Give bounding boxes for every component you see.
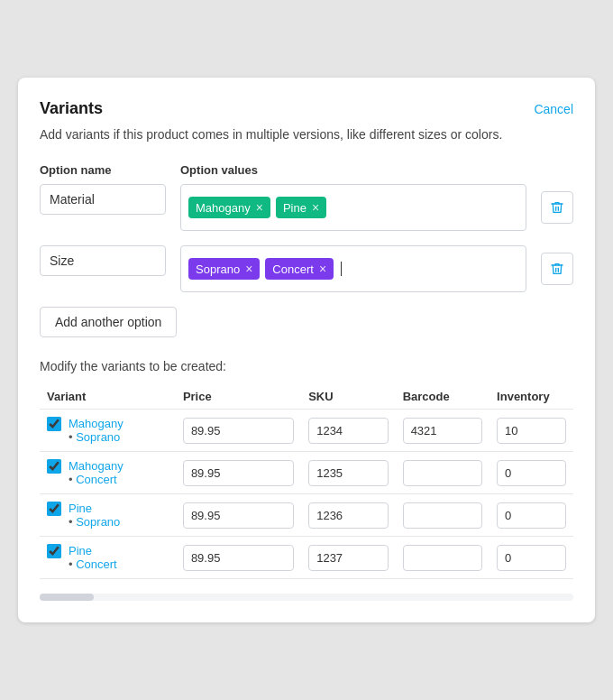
variants-card: Variants Cancel Add variants if this pro… bbox=[18, 78, 595, 622]
tag-soprano-label: Soprano bbox=[196, 262, 240, 276]
barcode-input-1[interactable] bbox=[403, 460, 482, 486]
table-row: Mahogany• Soprano bbox=[40, 410, 573, 452]
option-row-size: Soprano × Concert × bbox=[40, 245, 573, 292]
variant-cell-check-3: Pine• Concert bbox=[47, 544, 169, 571]
card-subtitle: Add variants if this product comes in mu… bbox=[40, 127, 573, 142]
horizontal-scrollbar[interactable] bbox=[40, 594, 573, 601]
variant-checkbox-0[interactable] bbox=[47, 417, 61, 431]
variant-name-2[interactable]: Pine• Soprano bbox=[69, 502, 120, 529]
variant-name-1[interactable]: Mahogany• Concert bbox=[69, 459, 124, 486]
inventory-input-3[interactable] bbox=[497, 545, 566, 571]
card-header: Variants Cancel bbox=[40, 99, 573, 118]
variant-checkbox-3[interactable] bbox=[47, 544, 61, 558]
price-input-0[interactable] bbox=[183, 418, 294, 444]
column-label-option-values: Option values bbox=[180, 163, 573, 177]
table-row: Pine• Concert bbox=[40, 537, 573, 579]
th-price: Price bbox=[176, 384, 301, 410]
tag-mahogany-label: Mahogany bbox=[196, 201, 251, 215]
inventory-input-1[interactable] bbox=[497, 460, 566, 486]
add-option-button[interactable]: Add another option bbox=[40, 307, 177, 337]
inventory-cell-2 bbox=[489, 494, 573, 537]
text-cursor bbox=[341, 262, 342, 276]
barcode-cell-0 bbox=[396, 410, 489, 452]
variant-cell-0: Mahogany• Soprano bbox=[40, 410, 176, 452]
th-inventory: Inventory bbox=[489, 384, 573, 410]
tag-soprano-remove[interactable]: × bbox=[245, 262, 252, 276]
variant-cell-check-0: Mahogany• Soprano bbox=[47, 417, 169, 444]
tag-concert-label: Concert bbox=[272, 262, 314, 276]
th-sku: SKU bbox=[301, 384, 395, 410]
variant-cell-check-1: Mahogany• Concert bbox=[47, 459, 169, 486]
barcode-cell-3 bbox=[396, 537, 489, 579]
variant-checkbox-2[interactable] bbox=[47, 502, 61, 516]
price-input-1[interactable] bbox=[183, 460, 294, 486]
sku-cell-0 bbox=[301, 410, 395, 452]
option-name-input-material[interactable] bbox=[40, 184, 166, 215]
tag-pine-label: Pine bbox=[283, 201, 306, 215]
sku-cell-2 bbox=[301, 494, 395, 537]
inventory-cell-1 bbox=[489, 452, 573, 494]
option-values-box-material[interactable]: Mahogany × Pine × bbox=[180, 184, 526, 231]
variant-cell-check-2: Pine• Soprano bbox=[47, 502, 169, 529]
table-header-row: Variant Price SKU Barcode Inventory bbox=[40, 384, 573, 410]
tag-concert: Concert × bbox=[265, 258, 334, 280]
barcode-input-3[interactable] bbox=[403, 545, 482, 571]
inventory-cell-0 bbox=[489, 410, 573, 452]
price-cell-1 bbox=[176, 452, 301, 494]
sku-cell-1 bbox=[301, 452, 395, 494]
barcode-input-2[interactable] bbox=[403, 502, 482, 529]
inventory-input-2[interactable] bbox=[497, 502, 566, 529]
card-title: Variants bbox=[40, 99, 103, 118]
tag-soprano: Soprano × bbox=[188, 258, 260, 280]
variant-name-3[interactable]: Pine• Concert bbox=[69, 544, 117, 571]
barcode-cell-2 bbox=[396, 494, 489, 537]
variant-cell-3: Pine• Concert bbox=[40, 537, 176, 579]
price-cell-2 bbox=[176, 494, 301, 537]
modify-label: Modify the variants to be created: bbox=[40, 359, 573, 373]
price-input-2[interactable] bbox=[183, 502, 294, 529]
variants-table: Variant Price SKU Barcode Inventory Maho… bbox=[40, 384, 573, 579]
sku-cell-3 bbox=[301, 537, 395, 579]
table-row: Pine• Soprano bbox=[40, 494, 573, 537]
tag-pine: Pine × bbox=[276, 197, 326, 218]
delete-size-button[interactable] bbox=[541, 253, 573, 285]
cancel-button[interactable]: Cancel bbox=[534, 102, 573, 116]
inventory-cell-3 bbox=[489, 537, 573, 579]
variant-cell-1: Mahogany• Concert bbox=[40, 452, 176, 494]
delete-material-button[interactable] bbox=[541, 191, 573, 224]
inventory-input-0[interactable] bbox=[497, 418, 566, 444]
variant-checkbox-1[interactable] bbox=[47, 459, 61, 474]
option-name-input-size[interactable] bbox=[40, 245, 166, 276]
barcode-cell-1 bbox=[396, 452, 489, 494]
scrollbar-thumb[interactable] bbox=[40, 594, 94, 601]
price-input-3[interactable] bbox=[183, 545, 294, 571]
table-row: Mahogany• Concert bbox=[40, 452, 573, 494]
columns-header: Option name Option values bbox=[40, 163, 573, 177]
sku-input-3[interactable] bbox=[308, 545, 388, 571]
price-cell-3 bbox=[176, 537, 301, 579]
variant-cell-2: Pine• Soprano bbox=[40, 494, 176, 537]
tag-pine-remove[interactable]: × bbox=[312, 200, 319, 215]
price-cell-0 bbox=[176, 410, 301, 452]
variant-name-0[interactable]: Mahogany• Soprano bbox=[69, 417, 124, 444]
column-label-option-name: Option name bbox=[40, 163, 166, 177]
th-barcode: Barcode bbox=[396, 384, 489, 410]
tag-mahogany: Mahogany × bbox=[188, 197, 270, 218]
trash-icon-2 bbox=[550, 262, 564, 276]
option-values-box-size[interactable]: Soprano × Concert × bbox=[180, 245, 526, 292]
sku-input-2[interactable] bbox=[308, 502, 388, 529]
barcode-input-0[interactable] bbox=[403, 418, 482, 444]
tag-mahogany-remove[interactable]: × bbox=[256, 200, 263, 215]
tag-concert-remove[interactable]: × bbox=[319, 262, 326, 276]
sku-input-0[interactable] bbox=[308, 418, 388, 444]
sku-input-1[interactable] bbox=[308, 460, 388, 486]
trash-icon bbox=[550, 200, 564, 215]
th-variant: Variant bbox=[40, 384, 176, 410]
option-row-material: Mahogany × Pine × bbox=[40, 184, 573, 231]
